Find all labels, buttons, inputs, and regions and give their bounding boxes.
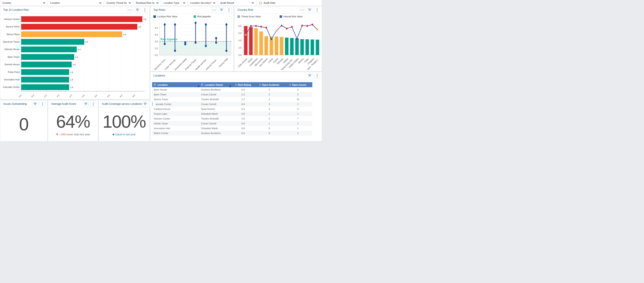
table-row[interactable]: Innovation HubOrbadiah Marfe0.801 <box>152 126 312 131</box>
filter-audit-date[interactable]: Audit Date <box>256 0 322 6</box>
chevron-down-icon <box>181 2 185 4</box>
filter-location[interactable]: Location <box>48 0 104 6</box>
bar-gabon[interactable] <box>285 38 288 55</box>
legend-item[interactable]: Internal Risk Value <box>280 15 322 18</box>
filter-button[interactable] <box>307 7 312 13</box>
column-header-location-owner[interactable]: Location Owner <box>199 82 231 87</box>
point-uruguay[interactable] <box>312 24 313 26</box>
bar-korea[interactable] <box>275 37 278 55</box>
kpi-value: 0 <box>19 116 28 133</box>
bar-nexus-plaza[interactable] <box>21 32 122 37</box>
bar-mexico[interactable] <box>300 39 304 55</box>
fit-width-button[interactable] <box>127 7 133 13</box>
menu-button[interactable] <box>150 101 156 107</box>
bar-horizon-center[interactable] <box>21 16 142 22</box>
bar-uruguay[interactable] <box>310 40 314 55</box>
menu-button[interactable] <box>40 101 46 107</box>
bar-united-states[interactable] <box>295 39 299 55</box>
sort-indicator-icon <box>197 85 199 87</box>
filter-label: Location Security Risk <box>190 2 211 4</box>
bar-innovation-hub[interactable] <box>21 77 69 82</box>
table-row[interactable]: Catalyst HouseRyan Keetch0.403 <box>152 107 312 111</box>
cell-open-incidents: 0 <box>255 87 283 92</box>
point-brazil[interactable] <box>250 25 252 27</box>
menu-button[interactable] <box>314 7 320 13</box>
filter-button[interactable] <box>307 73 312 78</box>
table-row[interactable]: Horizon CenterThedric McIlraith1.507 <box>152 116 312 121</box>
point-palau[interactable] <box>306 25 308 27</box>
cell-open-issues: 1 <box>283 126 312 131</box>
bar-san-marino[interactable] <box>264 36 268 55</box>
dumbbell-internal-fraud[interactable] <box>215 37 217 44</box>
bar-cascade-center[interactable] <box>21 84 69 90</box>
menu-button[interactable] <box>314 73 320 78</box>
table-row[interactable]: Matrix CenterGustavo Bonifazio0.602 <box>152 131 312 136</box>
bar-palau[interactable] <box>306 39 309 55</box>
menu-button[interactable] <box>142 7 148 13</box>
point-uzbekistan[interactable] <box>255 25 257 27</box>
point-san-marino[interactable] <box>265 27 267 29</box>
point-mexico[interactable] <box>301 25 303 27</box>
menu-button[interactable] <box>90 101 96 107</box>
bar-dem-people-s[interactable] <box>316 40 319 55</box>
filter-location-security-risk[interactable]: Location Security Risk <box>188 0 218 6</box>
point-latvia[interactable] <box>270 38 272 40</box>
filter-button[interactable] <box>32 101 38 107</box>
filter-audit-result[interactable]: Audit Result <box>218 0 256 6</box>
fit-width-button[interactable] <box>211 7 217 13</box>
top-risks-legend: Location Risk Value Risk Appetite <box>150 14 234 19</box>
menu-button[interactable] <box>226 7 232 13</box>
bar-micronesia[interactable] <box>260 32 263 55</box>
cell-risk-rating: 0.6 <box>231 131 255 136</box>
point-dem-people-s[interactable] <box>316 29 318 31</box>
column-header-open-issues[interactable]: #Open Issues <box>283 82 312 87</box>
column-header-risk-rating[interactable]: #Risk Rating <box>231 82 255 87</box>
filter-location-type[interactable]: Location Type <box>161 0 188 6</box>
bar-aurora-tower[interactable] <box>21 24 138 30</box>
point-c-te-d-ivoire[interactable] <box>245 34 247 36</box>
column-header-open-incidents[interactable]: #Open Incidents <box>255 82 283 87</box>
bar-hong-kong-sa[interactable] <box>290 38 294 55</box>
legend-item[interactable]: Threat Score Value <box>238 15 280 18</box>
table-row[interactable]: Apex TowerConan Carrett1.222 <box>152 92 312 97</box>
filter-country-threat-score[interactable]: Country Threat Score <box>104 0 134 6</box>
filter-button[interactable] <box>83 101 89 107</box>
cell-open-incidents: 2 <box>255 97 283 102</box>
table-row[interactable]: Infinity TowerConan Carrett0.811 <box>152 121 312 126</box>
bar-value-label: 2.1 <box>75 56 78 58</box>
bar-uzbekistan[interactable] <box>254 28 258 55</box>
cell-open-issues: 1 <box>283 121 312 126</box>
cell-risk-rating: 0.4 <box>231 107 255 111</box>
bar-c-te-d-ivoire[interactable] <box>244 26 248 55</box>
table-row[interactable]: Apex HouseGustavo Bonifazio0.404 <box>152 87 312 92</box>
table-row[interactable]: Aurora TowerThedric McIlraith1.2213 <box>152 97 312 102</box>
filter-button[interactable] <box>142 101 148 107</box>
bar-vanuatu[interactable] <box>280 37 283 55</box>
point-hong-kong-sa[interactable] <box>291 26 293 28</box>
bar-summit-house[interactable] <box>21 62 72 67</box>
point-gabon[interactable] <box>286 28 288 30</box>
legend-item[interactable]: Risk Appetite <box>194 15 234 18</box>
filter-country[interactable]: Country <box>0 0 48 6</box>
bar-pulse-point[interactable] <box>21 69 69 75</box>
point-micronesia[interactable] <box>260 26 262 28</box>
bar-velocity-house[interactable] <box>21 47 77 52</box>
cell-open-issues: 2 <box>283 131 312 136</box>
bar-apex-tower[interactable] <box>21 54 74 60</box>
bar-spectrum-tower[interactable] <box>21 39 84 45</box>
table-row[interactable]: Cascade CenterConan Carrett0.831 <box>152 102 312 107</box>
point-united-states[interactable] <box>296 38 298 40</box>
panel-top-risks: Top Risks Location Risk Value Risk Appet… <box>150 6 234 71</box>
table-row[interactable]: Fusion LabsOrbadiah Marfe0.811 <box>152 111 312 116</box>
point-vanuatu[interactable] <box>281 25 282 27</box>
bar-brazil[interactable] <box>249 27 253 55</box>
point-korea[interactable] <box>276 30 278 32</box>
fit-width-button[interactable] <box>299 7 305 13</box>
column-header-location[interactable]: Location <box>152 82 199 87</box>
filter-button[interactable] <box>134 7 140 13</box>
filter-button[interactable] <box>218 7 224 13</box>
legend-item[interactable]: Location Risk Value <box>154 15 194 18</box>
chevron-down-icon <box>154 2 158 4</box>
dumbbell-external-fraud[interactable] <box>195 22 197 44</box>
filter-residual-risk-score[interactable]: Residual Risk Score <box>134 0 161 6</box>
